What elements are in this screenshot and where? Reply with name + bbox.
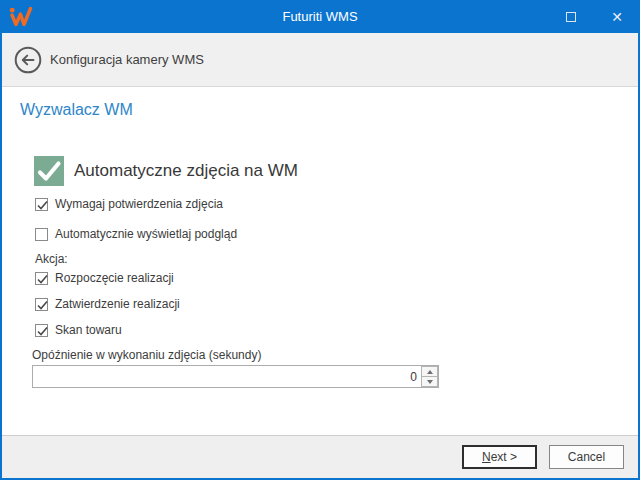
close-button[interactable]: ✕ — [594, 0, 640, 33]
checkbox-icon — [35, 228, 48, 241]
delay-field-label: Opóźnienie w wykonaniu zdjęcia (sekundy) — [32, 348, 261, 362]
delay-numeric-field — [32, 365, 439, 388]
maximize-icon — [566, 12, 576, 22]
checkbox-icon — [35, 324, 48, 337]
spinner-up-button[interactable] — [421, 366, 438, 377]
checkbox-icon — [35, 272, 48, 285]
checkbox-start-realization[interactable]: Rozpoczęcie realizacji — [35, 271, 174, 285]
checkbox-label: Skan towaru — [55, 323, 122, 337]
checkbox-auto-photos[interactable]: Automatyczne zdjęcia na WM — [34, 156, 298, 186]
spinner-down-icon — [427, 380, 433, 384]
master-checkbox-label: Automatyczne zdjęcia na WM — [74, 161, 298, 181]
page-title: Konfiguracja kamery WMS — [50, 52, 204, 67]
checkbox-auto-preview[interactable]: Automatycznie wyświetlaj podgląd — [35, 227, 237, 241]
app-window: Futuriti WMS ✕ Konfiguracja kamery WMS W… — [0, 0, 640, 480]
checkbox-label: Rozpoczęcie realizacji — [55, 271, 174, 285]
spinner-down-button[interactable] — [421, 377, 438, 387]
checkbox-icon — [35, 198, 48, 211]
checkbox-label: Zatwierdzenie realizacji — [55, 297, 180, 311]
delay-spinner — [421, 366, 438, 387]
window-title: Futuriti WMS — [0, 9, 640, 24]
spinner-up-icon — [427, 370, 433, 374]
checkbox-icon — [35, 298, 48, 311]
close-icon: ✕ — [611, 9, 623, 25]
master-checkbox-icon — [34, 156, 64, 186]
back-button[interactable] — [14, 46, 42, 74]
checkbox-label: Wymagaj potwierdzenia zdjęcia — [55, 197, 223, 211]
checkbox-scan-goods[interactable]: Skan towaru — [35, 323, 122, 337]
delay-input[interactable] — [33, 366, 421, 387]
maximize-button[interactable] — [548, 0, 594, 33]
action-group-label: Akcja: — [35, 252, 68, 266]
checkbox-label: Automatycznie wyświetlaj podgląd — [55, 227, 237, 241]
checkbox-approve-realization[interactable]: Zatwierdzenie realizacji — [35, 297, 180, 311]
cancel-button[interactable]: Cancel — [549, 445, 624, 469]
title-bar: Futuriti WMS ✕ — [0, 0, 640, 33]
page-header: Konfiguracja kamery WMS — [2, 33, 638, 87]
back-arrow-icon — [23, 56, 34, 65]
footer-bar: Next > Cancel — [2, 435, 638, 478]
checkbox-require-confirmation[interactable]: Wymagaj potwierdzenia zdjęcia — [35, 197, 223, 211]
section-title: Wyzwalacz WM — [20, 101, 133, 119]
next-button[interactable]: Next > — [462, 445, 537, 469]
